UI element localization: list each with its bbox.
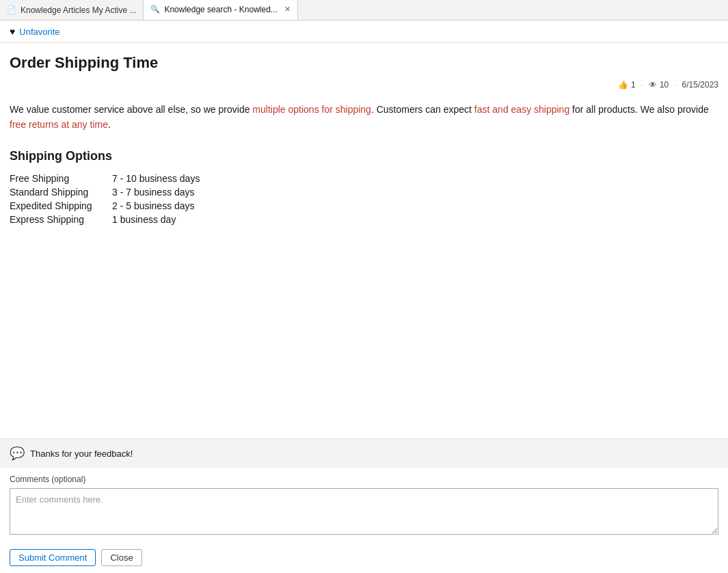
likes-count: 1 (631, 80, 636, 90)
comments-section: Comments (optional) (0, 468, 728, 544)
unfavorite-row: ♥ Unfavorite (0, 21, 728, 43)
tab-label-knowledge-search: Knowledge search - Knowled... (164, 5, 277, 14)
highlight-1: multiple options for shipping (252, 104, 371, 115)
views-count: 10 (660, 80, 669, 90)
shipping-value-0: 7 - 10 business days (112, 173, 718, 184)
feedback-chat-icon: 💬 (10, 446, 25, 461)
shipping-label-0: Free Shipping (10, 173, 112, 184)
shipping-label-2: Expedited Shipping (10, 200, 112, 211)
views-meta: 👁 10 (649, 80, 669, 90)
tab-knowledge-search[interactable]: 🔍 Knowledge search - Knowled... ✕ (144, 0, 297, 20)
eye-icon: 👁 (649, 80, 657, 90)
shipping-value-2: 2 - 5 business days (112, 200, 718, 211)
button-row: Submit Comment Close (0, 544, 728, 573)
shipping-options-table: Free Shipping 7 - 10 business days Stand… (10, 173, 718, 225)
tab-label-knowledge-active: Knowledge Articles My Active ... (21, 5, 136, 15)
comments-label: Comments (optional) (10, 475, 718, 484)
page-wrapper: 📄 Knowledge Articles My Active ... 🔍 Kno… (0, 0, 728, 573)
tab-close-icon[interactable]: ✕ (284, 5, 291, 14)
shipping-label-1: Standard Shipping (10, 187, 112, 198)
unfavorite-label: Unfavorite (19, 27, 59, 37)
article-date: 6/15/2023 (682, 80, 718, 90)
thumbs-up-icon: 👍 (618, 80, 628, 90)
tab-bar: 📄 Knowledge Articles My Active ... 🔍 Kno… (0, 0, 728, 21)
feedback-message: Thanks for your feedback! (30, 449, 133, 459)
tab-knowledge-active[interactable]: 📄 Knowledge Articles My Active ... (0, 0, 144, 20)
meta-row: 👍 1 · 👁 10 · 6/15/2023 (10, 80, 718, 90)
close-button[interactable]: Close (101, 549, 141, 566)
tab-icon-search: 🔍 (150, 5, 160, 14)
shipping-value-1: 3 - 7 business days (112, 187, 718, 198)
content-spacer (0, 245, 728, 425)
heart-icon: ♥ (10, 26, 15, 37)
article-title: Order Shipping Time (10, 54, 718, 72)
submit-comment-button[interactable]: Submit Comment (10, 549, 96, 566)
article-container: Order Shipping Time 👍 1 · 👁 10 · 6/15/20… (0, 43, 728, 245)
meta-sep-1: · (641, 80, 643, 90)
comments-textarea[interactable] (10, 488, 718, 535)
likes-meta: 👍 1 (618, 80, 636, 90)
article-body: We value customer service above all else… (10, 102, 718, 133)
tab-icon-knowledge: 📄 (7, 5, 16, 14)
shipping-section-heading: Shipping Options (10, 149, 718, 163)
highlight-2: fast and easy shipping (474, 104, 569, 115)
highlight-3: free returns at any time (10, 119, 108, 130)
shipping-label-3: Express Shipping (10, 214, 112, 225)
unfavorite-link[interactable]: ♥ Unfavorite (10, 26, 718, 37)
shipping-value-3: 1 business day (112, 214, 718, 225)
feedback-bar: 💬 Thanks for your feedback! (0, 438, 728, 468)
meta-sep-2: · (674, 80, 676, 90)
